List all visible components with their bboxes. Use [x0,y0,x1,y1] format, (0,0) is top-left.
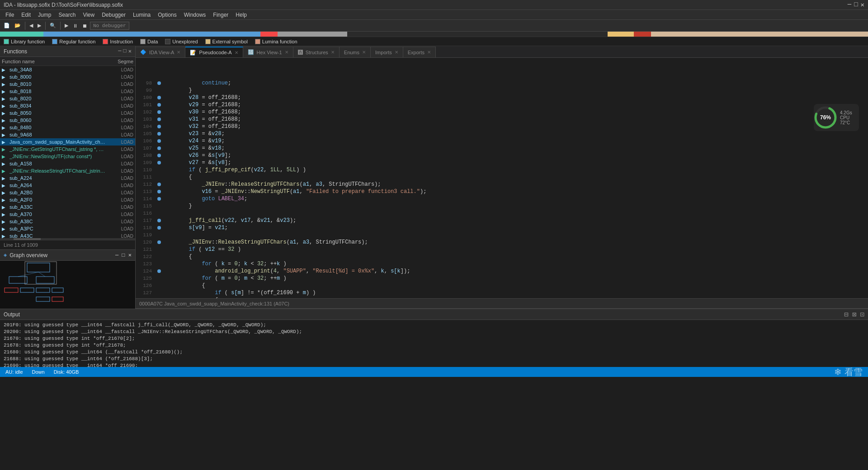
minimize-button[interactable]: ─ [848,1,851,9]
tab-structures[interactable]: 🅰 Structures ✕ [293,47,340,57]
function-row-11[interactable]: ▶_JNIEnv::GetStringUTFChars(_jstring *, … [0,146,135,153]
code-line-26[interactable]: 124 android_log_print(4, "SUAPP", "Resul… [136,268,868,275]
function-row-6[interactable]: ▶sub_8050LOAD [0,109,135,117]
function-row-3[interactable]: ▶sub_8018LOAD [0,88,135,95]
graph-canvas[interactable] [0,261,135,309]
menu-lumina[interactable]: Lumina [129,11,154,19]
code-content[interactable]: 98 continue;99 }100 v28 = off_21688;101 … [136,58,868,298]
code-line-6[interactable]: 104 v32 = off_21688; [136,123,868,130]
tab-imports[interactable]: Imports ✕ [371,47,403,57]
toolbar-open[interactable]: 📂 [13,22,23,29]
tab-struct-close[interactable]: ✕ [331,50,335,55]
code-line-22[interactable]: 120 _JNIEnv::ReleaseStringUTFChars(a1, a… [136,239,868,246]
code-line-25[interactable]: 123 for ( k = 0; k < 32; ++k ) [136,260,868,268]
function-row-14[interactable]: ▶_JNIEnv::ReleaseStringUTFChars(_jstring… [0,167,135,174]
tab-imports-close[interactable]: ✕ [395,50,398,55]
graph-close[interactable]: ✕ [128,252,132,258]
code-line-4[interactable]: 102 v30 = off_21688; [136,108,868,116]
function-row-4[interactable]: ▶sub_8020LOAD [0,95,135,102]
code-line-11[interactable]: 109 v27 = &s[v8]; [136,159,868,166]
tab-pseudocode[interactable]: 📝 Pseudocode-A ✕ [185,47,243,57]
window-controls[interactable]: ─ □ ✕ [848,1,864,9]
toolbar-back[interactable]: ◀ [28,22,35,29]
functions-maximize[interactable]: □ [123,48,127,55]
menu-finger[interactable]: Finger [209,11,232,19]
function-row-19[interactable]: ▶sub_A33CLOAD [0,203,135,211]
function-row-0[interactable]: ▶sub_34A8LOAD [0,66,135,73]
code-line-1[interactable]: 99 } [136,87,868,94]
tab-ida-view[interactable]: 🔷 IDA View-A ✕ [136,47,185,57]
menu-edit[interactable]: Edit [18,11,34,19]
function-row-23[interactable]: ▶sub_A43CLOAD [0,232,135,238]
function-row-15[interactable]: ▶sub_A224LOAD [0,174,135,182]
function-row-22[interactable]: ▶sub_A3PCLOAD [0,225,135,232]
code-line-14[interactable]: 112 _JNIEnv::ReleaseStringUTFChars(a1, a… [136,181,868,188]
code-line-19[interactable]: 117 j_ffi_call(v22, v17, &v21, &v23); [136,217,868,224]
tab-hex-view[interactable]: 🔢 Hex View-1 ✕ [243,47,293,57]
function-row-17[interactable]: ▶sub_A2B0LOAD [0,189,135,196]
code-line-12[interactable]: 110 if ( j_ffi_prep_cif(v22, 1LL, 5LL) ) [136,166,868,174]
code-line-21[interactable]: 119 [136,231,868,239]
tab-ida-close[interactable]: ✕ [177,50,180,55]
menu-options[interactable]: Options [154,11,180,19]
code-line-2[interactable]: 100 v28 = off_21688; [136,94,868,101]
debugger-label[interactable]: No debugger [90,22,129,30]
toolbar-pause[interactable]: ⏸ [71,22,80,29]
output-content[interactable]: 201F0: using guessed type __int64 __fast… [0,320,868,367]
toolbar-stop[interactable]: ⏹ [80,22,89,29]
menu-file[interactable]: File [2,11,18,19]
code-line-28[interactable]: 126 { [136,282,868,289]
code-line-15[interactable]: 113 v16 = _JNIEnv::NewStringUTF(a1, "Fai… [136,188,868,195]
code-line-0[interactable]: 98 continue; [136,80,868,87]
output-btn-1[interactable]: ⊟ [844,310,849,319]
code-line-29[interactable]: 127 if ( s[m] != *(off_21690 + m) ) [136,289,868,296]
code-line-13[interactable]: 111 { [136,174,868,181]
tab-exports-close[interactable]: ✕ [427,50,431,55]
function-row-10[interactable]: ▶Java_com_swdd_suapp_MainActivity_checkL… [0,138,135,146]
tab-enum-close[interactable]: ✕ [362,50,366,55]
toolbar-forward[interactable]: ▶ [36,22,43,29]
graph-minimize[interactable]: ─ [115,252,118,258]
tab-hex-close[interactable]: ✕ [285,50,288,55]
functions-minimize[interactable]: ─ [118,48,121,55]
tab-exports[interactable]: Exports ✕ [403,47,436,57]
toolbar-new[interactable]: 📄 [2,22,12,29]
toolbar-run[interactable]: ▶ [63,22,70,29]
menu-jump[interactable]: Jump [34,11,55,19]
function-row-20[interactable]: ▶sub_A370LOAD [0,211,135,218]
code-area[interactable]: 98 continue;99 }100 v28 = off_21688;101 … [136,58,868,298]
functions-close[interactable]: ✕ [128,48,132,55]
maximize-button[interactable]: □ [854,1,858,9]
code-line-7[interactable]: 105 v23 = &v28; [136,130,868,137]
menu-debugger[interactable]: Debugger [98,11,129,19]
function-row-1[interactable]: ▶sub_8000LOAD [0,73,135,80]
menu-view[interactable]: View [79,11,98,19]
code-line-27[interactable]: 125 for ( m = 0; m < 32; ++m ) [136,275,868,282]
menu-search[interactable]: Search [55,11,79,19]
output-btn-2[interactable]: ⊠ [852,310,857,319]
function-row-8[interactable]: ▶sub_8480LOAD [0,124,135,131]
code-line-24[interactable]: 122 { [136,253,868,260]
function-row-18[interactable]: ▶sub_A2F0LOAD [0,196,135,203]
code-line-18[interactable]: 116 [136,210,868,217]
function-row-13[interactable]: ▶sub_A158LOAD [0,160,135,167]
tab-pseudo-close[interactable]: ✕ [235,50,238,55]
function-row-5[interactable]: ▶sub_8034LOAD [0,102,135,109]
function-row-12[interactable]: ▶_JNIEnv::NewStringUTF(char const*)LOAD [0,153,135,160]
code-line-16[interactable]: 114 goto LABEL_34; [136,195,868,202]
code-line-17[interactable]: 115 } [136,202,868,210]
code-line-20[interactable]: 118 s[v9] = v21; [136,224,868,231]
code-line-8[interactable]: 106 v24 = &v19; [136,137,868,145]
code-line-10[interactable]: 108 v26 = &s[v9]; [136,152,868,159]
toolbar-search[interactable]: 🔍 [48,22,58,29]
function-row-7[interactable]: ▶sub_8060LOAD [0,117,135,124]
functions-list[interactable]: ▶sub_34A8LOAD▶sub_8000LOAD▶sub_8010LOAD▶… [0,66,135,238]
output-btn-3[interactable]: ⊡ [860,310,864,319]
graph-maximize[interactable]: □ [122,252,125,258]
menu-windows[interactable]: Windows [180,11,210,19]
function-row-9[interactable]: ▶sub_9A68LOAD [0,131,135,138]
function-row-16[interactable]: ▶sub_A264LOAD [0,182,135,189]
code-line-23[interactable]: 121 if ( v12 == 32 ) [136,246,868,253]
code-line-3[interactable]: 101 v29 = off_21688; [136,101,868,108]
code-line-5[interactable]: 103 v31 = off_21688; [136,116,868,123]
